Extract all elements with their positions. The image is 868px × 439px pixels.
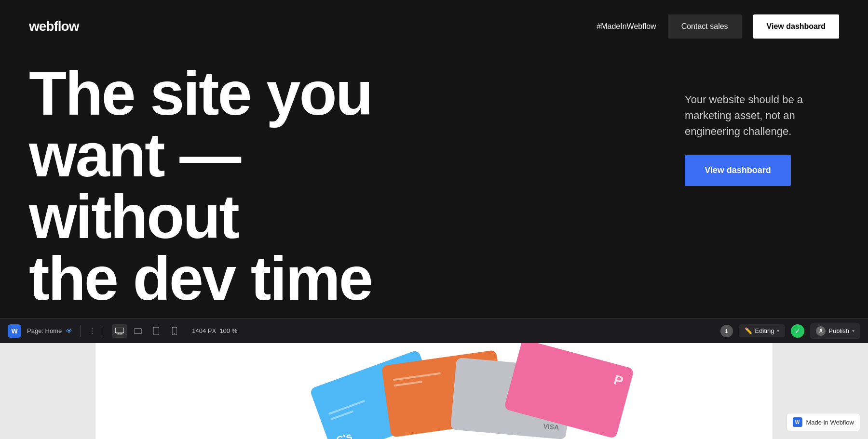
svg-rect-0 xyxy=(115,328,124,333)
view-dashboard-hero-button[interactable]: View dashboard xyxy=(685,155,791,186)
editor-logo: W xyxy=(8,324,21,338)
svg-rect-4 xyxy=(134,329,142,333)
tablet-landscape-view-icon[interactable] xyxy=(130,324,146,338)
px-display: 1404 PX 100 % xyxy=(192,327,237,334)
hero-description: Your website should be a marketing asset… xyxy=(685,92,839,139)
hero-title-line2: want — without xyxy=(29,120,240,251)
editing-mode-button[interactable]: ✏️ Editing ▾ xyxy=(739,324,786,337)
hero-left: The site you want — without the dev time xyxy=(29,63,656,309)
tablet-portrait-view-icon[interactable] xyxy=(149,324,164,338)
view-mode-icons xyxy=(112,324,182,338)
user-count-badge: 1 xyxy=(720,325,733,337)
desktop-view-icon[interactable] xyxy=(112,324,127,338)
page-label: Page: Home 👁 xyxy=(27,327,72,335)
zoom-value: 100 % xyxy=(219,327,237,334)
publish-chevron-icon: ▾ xyxy=(852,328,854,333)
separator-1 xyxy=(80,325,81,337)
navigation: webflow #MadeInWebflow Contact sales Vie… xyxy=(0,0,868,53)
publish-status-icon: ✓ xyxy=(791,324,804,338)
hero-section: The site you want — without the dev time… xyxy=(0,53,868,309)
pencil-icon: ✏️ xyxy=(745,327,752,334)
more-options-icon[interactable]: ⋮ xyxy=(88,326,96,335)
nav-right: #MadeInWebflow Contact sales View dashbo… xyxy=(597,14,839,39)
webflow-logo: webflow xyxy=(29,19,79,34)
chevron-down-icon: ▾ xyxy=(777,328,779,333)
editing-label: Editing xyxy=(755,327,774,334)
px-value: 1404 PX xyxy=(192,327,216,334)
separator-2 xyxy=(104,325,104,337)
publish-label: Publish xyxy=(828,327,849,334)
hero-right: Your website should be a marketing asset… xyxy=(685,63,839,186)
contact-sales-button[interactable]: Contact sales xyxy=(668,14,742,39)
page-name: Page: Home xyxy=(27,327,62,334)
svg-rect-5 xyxy=(153,327,159,335)
editor-toolbar: W Page: Home 👁 ⋮ 1404 PX 100 % 1 ✏️ Edit… xyxy=(0,318,868,343)
badge-label: Made in Webflow xyxy=(806,419,854,426)
made-in-webflow-badge[interactable]: W Made in Webflow xyxy=(787,413,860,431)
webflow-badge-logo: W xyxy=(793,417,802,427)
cards-visual: C's VISA P xyxy=(289,358,579,439)
publish-button[interactable]: A Publish ▾ xyxy=(810,323,860,339)
view-dashboard-nav-button[interactable]: View dashboard xyxy=(753,14,839,39)
hero-title-line3: the dev time xyxy=(29,244,372,313)
publish-avatar: A xyxy=(816,326,826,336)
canvas-inner: C's VISA P xyxy=(95,343,773,439)
hashtag-text: #MadeInWebflow xyxy=(597,22,656,31)
eye-icon[interactable]: 👁 xyxy=(66,327,72,335)
mobile-view-icon[interactable] xyxy=(167,324,182,338)
hero-title: The site you want — without the dev time xyxy=(29,63,463,309)
canvas-area: C's VISA P W Made in Webflow xyxy=(0,343,868,439)
svg-point-7 xyxy=(174,333,175,334)
hero-title-line1: The site you xyxy=(29,59,372,128)
